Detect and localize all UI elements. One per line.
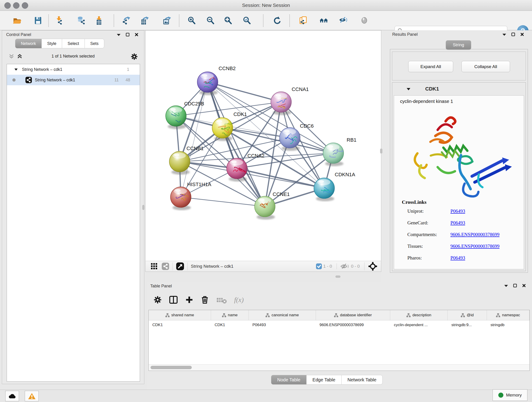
panel-close-icon[interactable] — [135, 33, 139, 37]
splitter-handle[interactable] — [336, 275, 341, 278]
crosslink-link[interactable]: 9606.ENSP00000378699 — [450, 243, 500, 255]
column-type-icon — [334, 313, 338, 317]
zoom-fit-button[interactable] — [222, 14, 235, 27]
cell-name[interactable]: CDK1 — [211, 320, 249, 330]
open-string-web-button[interactable] — [297, 14, 310, 27]
column-header-canonical-name[interactable]: canonical name — [249, 310, 316, 320]
network-collection-row[interactable]: String Network – cdk1 1 — [7, 64, 140, 75]
node-CDKN1A[interactable]: CDKN1A — [314, 172, 355, 201]
add-column-icon[interactable] — [185, 295, 194, 304]
warning-status-button[interactable] — [25, 391, 39, 401]
panel-menu-icon[interactable] — [117, 33, 121, 36]
status-bar: Memory — [0, 390, 532, 402]
grid-view-icon[interactable] — [151, 263, 158, 270]
hidden-count: 0 - 0 — [351, 264, 360, 269]
panel-float-icon[interactable] — [511, 32, 515, 36]
crosslink-link[interactable]: 9606.ENSP00000378699 — [450, 232, 500, 243]
expand-all-button[interactable]: Expand All — [408, 61, 453, 72]
splitter-handle[interactable] — [380, 148, 382, 153]
show-columns-icon[interactable] — [169, 295, 178, 304]
cloud-status-button[interactable] — [5, 391, 19, 401]
node-label-CCNA1: CCNA1 — [292, 86, 309, 92]
cell-@id[interactable]: stringdb:9... — [448, 320, 487, 330]
hide-glass-eye-button[interactable] — [336, 14, 350, 27]
tab-string[interactable]: String — [446, 40, 471, 50]
zoom-in-button[interactable] — [185, 14, 198, 27]
zoom-out-button[interactable] — [204, 14, 217, 27]
export-table-button[interactable] — [138, 14, 152, 27]
node-CDC6[interactable]: CDC6 — [279, 123, 314, 151]
panel-close-icon[interactable] — [520, 32, 524, 36]
cell-namespac[interactable]: stringdb — [487, 320, 530, 330]
glass-eye-button[interactable] — [358, 14, 371, 27]
crosslink-link[interactable]: P06493 — [450, 220, 465, 232]
panel-menu-icon[interactable] — [502, 33, 506, 36]
save-session-button[interactable] — [32, 14, 45, 27]
export-network-button[interactable] — [120, 14, 133, 27]
collapse-all-button[interactable]: Collapse All — [462, 61, 510, 72]
export-image-button[interactable] — [161, 14, 174, 27]
open-session-button[interactable] — [10, 14, 24, 27]
column-header-namespac[interactable]: namespac — [487, 310, 530, 320]
crosslink-link[interactable]: P06493 — [450, 208, 465, 220]
tab-node-table[interactable]: Node Table — [271, 375, 307, 385]
node-CCNB1[interactable]: CCNB1 — [169, 146, 204, 175]
tab-select[interactable]: Select — [62, 39, 85, 48]
column-header-shared-name[interactable]: shared name — [149, 310, 211, 320]
splitter-handle[interactable] — [142, 205, 145, 210]
column-header-@id[interactable]: @id — [448, 310, 487, 320]
panel-float-icon[interactable] — [126, 33, 130, 37]
tree-expand-icon[interactable] — [14, 68, 18, 71]
string-home-button[interactable] — [317, 14, 331, 27]
table-row[interactable]: CDK1CDK1P064939606.ENSP00000378699cyclin… — [149, 320, 530, 330]
node-CCNB2[interactable]: CCNB2 — [197, 65, 236, 95]
toolbar-separator — [48, 14, 49, 27]
scrollbar-thumb[interactable] — [151, 366, 192, 369]
panel-menu-icon[interactable] — [504, 284, 508, 287]
edge-HIST1H1A-CCNE1[interactable] — [181, 197, 265, 206]
network-canvas[interactable]: CCNB2CCNA1CDC25BCDK1CDC6RB1CCNB1CCNA2CDK… — [146, 31, 381, 261]
node-HIST1H1A[interactable]: HIST1H1A — [171, 182, 211, 210]
crosslink-link[interactable]: P06493 — [450, 255, 465, 267]
panel-close-icon[interactable] — [522, 284, 526, 288]
network-view[interactable]: CCNB2CCNA1CDC25BCDK1CDC6RB1CCNB1CCNA2CDK… — [145, 30, 381, 272]
detach-view-icon[interactable] — [176, 262, 184, 270]
column-header-description[interactable]: description — [390, 310, 448, 320]
network-options-gear-icon[interactable] — [130, 53, 138, 61]
tab-network[interactable]: Network — [15, 39, 42, 48]
tab-sets[interactable]: Sets — [85, 39, 104, 48]
cell-shared-name[interactable]: CDK1 — [149, 320, 211, 330]
column-header-name[interactable]: name — [211, 310, 249, 320]
tab-edge-table[interactable]: Edge Table — [306, 375, 342, 385]
share-view-icon[interactable] — [162, 262, 169, 270]
cell-database-identifier[interactable]: 9606.ENSP00000378699 — [316, 320, 390, 330]
node-CDK1[interactable]: CDK1 — [212, 111, 247, 141]
cell-description[interactable]: cyclin-dependent ... — [390, 320, 448, 330]
crosslinks-title: CrossLinks — [402, 199, 426, 205]
refresh-button[interactable] — [270, 14, 283, 27]
network-row[interactable]: String Network – cdk1 11 48 — [7, 75, 140, 85]
column-header-label: name — [228, 313, 238, 317]
panel-float-icon[interactable] — [513, 284, 517, 288]
horizontal-scrollbar[interactable] — [149, 364, 530, 370]
tab-style[interactable]: Style — [41, 39, 62, 48]
memory-button[interactable]: Memory — [493, 389, 527, 401]
selected-checkbox-icon[interactable] — [316, 263, 322, 269]
crosslink-row: GeneCard:P06493 — [407, 220, 519, 232]
table-settings-gear-icon[interactable] — [153, 295, 162, 304]
tab-network-table[interactable]: Network Table — [341, 375, 383, 385]
node-RB1[interactable]: RB1 — [323, 137, 356, 166]
gene-description: cyclin-dependent kinase 1 — [400, 99, 453, 104]
section-collapse-icon[interactable] — [406, 88, 411, 90]
gene-section-header[interactable]: CDK1 — [392, 83, 526, 95]
delete-column-icon[interactable] — [200, 295, 209, 304]
toolbar-separator — [289, 14, 290, 27]
birdseye-view-icon[interactable] — [368, 261, 378, 271]
zoom-selected-button[interactable] — [240, 14, 254, 27]
cell-canonical-name[interactable]: P06493 — [249, 320, 316, 330]
column-header-database-identifier[interactable]: database identifier — [316, 310, 390, 320]
import-network-button[interactable] — [53, 14, 66, 27]
import-network-database-button[interactable] — [75, 14, 88, 27]
import-table-button[interactable] — [93, 14, 106, 27]
edge-CCNB2-CCNE1[interactable] — [208, 82, 265, 206]
